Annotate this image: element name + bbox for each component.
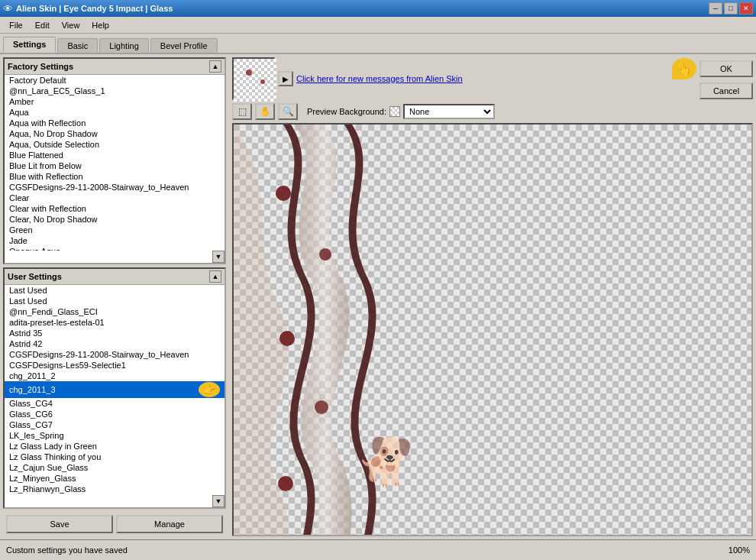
preview-thumbnail (232, 57, 275, 100)
factory-settings-item[interactable]: Aqua with Reflection (5, 118, 225, 128)
user-settings-item[interactable]: Lz_Cajun Sue_Glass (5, 462, 225, 473)
menubar: File Edit View Help (0, 17, 756, 34)
menu-file[interactable]: File (3, 19, 29, 31)
factory-settings-item[interactable]: Factory Default (5, 75, 225, 86)
user-settings-list[interactable]: Last UsedLast Used@nn_Fendi_Glass_ECIadi… (5, 285, 225, 495)
factory-settings-item[interactable]: @nn_Lara_EC5_Glass_1 (5, 86, 225, 96)
factory-settings-item[interactable]: Blue Flattened (5, 150, 225, 160)
factory-settings-item[interactable]: Jade (5, 235, 225, 246)
message-bar: Click here for new messages from Alien S… (296, 74, 669, 83)
menu-view[interactable]: View (56, 19, 86, 31)
nav-arrow-button[interactable]: ▶ (278, 71, 293, 86)
svg-point-14 (279, 331, 295, 346)
user-settings-header: User Settings ▲ (5, 269, 225, 285)
svg-text:© 2008-2011: © 2008-2011 (318, 386, 327, 430)
tabbar: Settings Basic Lighting Bevel Profile (0, 34, 756, 54)
factory-settings-item[interactable]: CGSFDesigns-29-11-2008-Stairway_to_Heave… (5, 182, 225, 193)
factory-settings-item[interactable]: Amber (5, 96, 225, 107)
factory-settings-item[interactable]: Aqua (5, 107, 225, 118)
svg-point-13 (319, 248, 331, 261)
user-settings-item[interactable]: Glass_CG4 (5, 398, 225, 409)
alien-skin-message-link[interactable]: Click here for new messages from Alien S… (296, 74, 463, 83)
tab-lighting[interactable]: Lighting (99, 38, 149, 53)
cancel-button[interactable]: Cancel (699, 83, 753, 99)
status-text: Custom settings you have saved (6, 545, 729, 555)
factory-settings-header: Factory Settings ▲ (5, 59, 225, 75)
maximize-button[interactable]: □ (724, 2, 738, 15)
user-settings-item[interactable]: adita-preset-les-estela-01 (5, 317, 225, 328)
hand-icon: 👆 (672, 58, 696, 79)
user-settings-item[interactable]: chg_2011_3👉 (5, 381, 225, 398)
left-buttons: Save Manage (3, 512, 226, 536)
factory-settings-item[interactable]: Blue Lit from Below (5, 160, 225, 171)
factory-settings-item[interactable]: Aqua, No Drop Shadow (5, 128, 225, 139)
ok-button[interactable]: OK (699, 60, 753, 77)
user-settings-item[interactable]: CGSFDesigns-29-11-2008-Stairway_to_Heave… (5, 349, 225, 360)
right-panel: ▶ Click here for new messages from Alien… (229, 54, 756, 539)
preview-image: © 2008-2011 🐕 (234, 125, 751, 535)
svg-point-16 (278, 476, 293, 491)
preview-bg-select[interactable]: None White Black Gray (403, 104, 495, 119)
preview-bg-swatch (389, 106, 400, 117)
ok-row: 👆 OK (672, 58, 753, 79)
user-settings-item[interactable]: Lz_Rhianwyn_Glass (5, 484, 225, 494)
user-settings-group: User Settings ▲ Last UsedLast Used@nn_Fe… (3, 267, 226, 509)
left-panel: Factory Settings ▲ Factory Default@nn_La… (0, 54, 229, 539)
menu-edit[interactable]: Edit (29, 19, 56, 31)
factory-scroll-up[interactable]: ▲ (209, 60, 221, 73)
hand-pointer-icon: 👉 (199, 382, 220, 397)
user-settings-item[interactable]: LK_les_Spring (5, 430, 225, 441)
user-settings-item[interactable]: Last Used (5, 296, 225, 306)
user-scroll-down[interactable]: ▼ (212, 495, 225, 507)
tool-row: ⬚ ✋ 🔍 Preview Background: None White Bla… (232, 103, 753, 120)
titlebar: 👁 Alien Skin | Eye Candy 5 Impact | Glas… (0, 0, 756, 17)
factory-settings-item[interactable]: Opaque Aqua (5, 246, 225, 251)
factory-settings-item[interactable]: Blue with Reflection (5, 171, 225, 182)
zoom-tool-button[interactable]: 🔍 (278, 103, 298, 120)
svg-rect-4 (234, 59, 276, 102)
svg-point-5 (246, 70, 252, 76)
factory-settings-item[interactable]: Aqua, Outside Selection (5, 139, 225, 150)
main-content: Factory Settings ▲ Factory Default@nn_La… (0, 54, 756, 539)
window-controls: ─ □ ✕ (709, 2, 753, 15)
factory-scroll-down[interactable]: ▼ (212, 251, 225, 263)
user-settings-item[interactable]: CGSFDesigns-Les59-Selectie1 (5, 360, 225, 371)
user-scroll-up[interactable]: ▲ (209, 270, 221, 283)
preview-bg-area: Preview Background: None White Black Gra… (307, 104, 495, 119)
top-toolbar: ▶ Click here for new messages from Alien… (232, 57, 753, 100)
factory-settings-item[interactable]: Green (5, 225, 225, 235)
factory-settings-item[interactable]: Clear with Reflection (5, 203, 225, 214)
close-button[interactable]: ✕ (739, 2, 753, 15)
statusbar: Custom settings you have saved 100% (0, 539, 756, 559)
svg-point-6 (260, 79, 265, 84)
factory-settings-group: Factory Settings ▲ Factory Default@nn_La… (3, 57, 226, 264)
manage-button[interactable]: Manage (116, 515, 223, 533)
user-settings-item[interactable]: Glass_CG7 (5, 419, 225, 430)
user-settings-item[interactable]: chg_2011_2 (5, 371, 225, 381)
preview-bg-label: Preview Background: (307, 107, 386, 116)
factory-settings-item[interactable]: Clear, No Drop Shadow (5, 214, 225, 225)
pan-tool-button[interactable]: ✋ (255, 103, 275, 120)
menu-help[interactable]: Help (86, 19, 115, 31)
tab-settings[interactable]: Settings (3, 37, 56, 53)
select-tool-button[interactable]: ⬚ (232, 103, 252, 120)
user-settings-item[interactable]: @nn_Fendi_Glass_ECI (5, 306, 225, 317)
user-settings-item[interactable]: Astrid 42 (5, 338, 225, 349)
tab-basic[interactable]: Basic (57, 38, 98, 53)
user-settings-item[interactable]: Glass_CG6 (5, 409, 225, 419)
tab-bevel-profile[interactable]: Bevel Profile (150, 38, 218, 53)
user-settings-item[interactable]: Lz Glass Lady in Green (5, 441, 225, 452)
preview-area[interactable]: © 2008-2011 🐕 (232, 123, 753, 536)
ok-cancel-area: 👆 OK Cancel (672, 58, 753, 99)
save-button[interactable]: Save (6, 515, 113, 533)
user-settings-item[interactable]: Lz_Minyen_Glass (5, 473, 225, 484)
minimize-button[interactable]: ─ (709, 2, 722, 15)
factory-settings-item[interactable]: Clear (5, 193, 225, 203)
factory-settings-list[interactable]: Factory Default@nn_Lara_EC5_Glass_1Amber… (5, 75, 225, 251)
user-settings-item[interactable]: Lz Glass Thinking of you (5, 452, 225, 462)
svg-point-12 (276, 186, 291, 201)
window-title: Alien Skin | Eye Candy 5 Impact | Glass (16, 4, 709, 13)
cartoon-figure: 🐕 (356, 435, 413, 489)
user-settings-item[interactable]: Last Used (5, 285, 225, 296)
user-settings-item[interactable]: Astrid 35 (5, 328, 225, 338)
